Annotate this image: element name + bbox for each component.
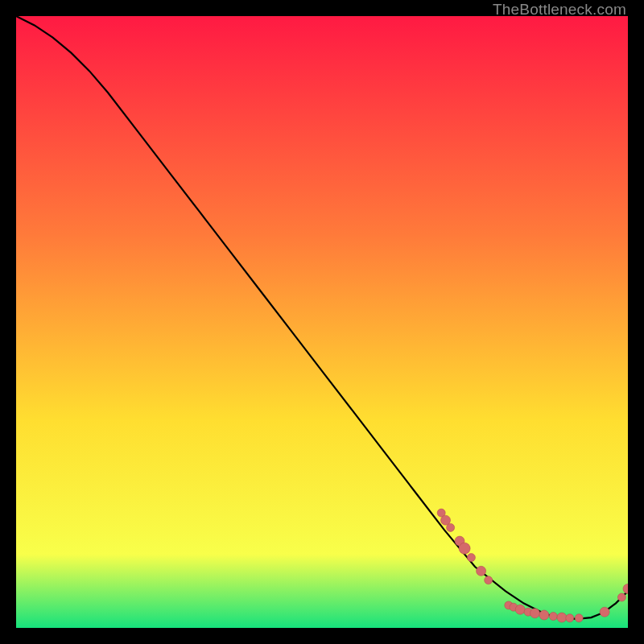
scatter-dot	[459, 543, 470, 554]
scatter-dot	[617, 593, 625, 601]
scatter-dot	[530, 609, 540, 618]
scatter-dot	[515, 605, 525, 614]
scatter-dot	[600, 607, 609, 617]
scatter-dot	[485, 576, 493, 584]
scatter-dot	[441, 515, 451, 525]
scatter-dot	[566, 614, 574, 622]
scatter-dot	[447, 523, 455, 531]
chart-svg	[16, 16, 628, 628]
scatter-dot	[539, 610, 549, 620]
plot-area	[16, 16, 628, 628]
chart-frame: TheBottleneck.com	[0, 0, 644, 644]
scatter-dot	[467, 554, 475, 562]
scatter-dot	[557, 613, 567, 622]
scatter-dot	[477, 566, 486, 576]
scatter-dot	[549, 613, 557, 621]
scatter-dot	[575, 614, 583, 622]
gradient-background	[16, 16, 628, 628]
